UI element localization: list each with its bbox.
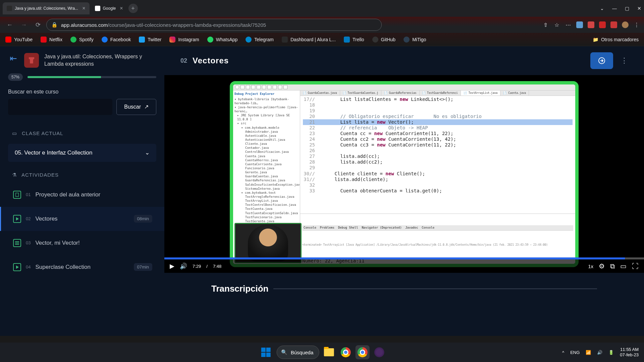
bookmark-star-icon[interactable]: ☆ <box>553 21 560 28</box>
other-bookmarks[interactable]: 📁Otros marcadores <box>593 37 639 42</box>
video-speed-button[interactable]: 1x <box>588 263 593 269</box>
url-input[interactable]: 🔒 app.aluracursos.com/course/java-util-c… <box>46 19 382 31</box>
minimize-button[interactable]: — <box>612 6 617 11</box>
video-theater-icon[interactable]: ▭ <box>620 262 627 270</box>
extension-3-icon[interactable] <box>599 21 606 28</box>
bm-label: Facebook <box>110 37 131 42</box>
lesson-menu-icon[interactable]: ⋮ <box>621 56 628 65</box>
youtube-icon <box>5 37 11 43</box>
nav-forward-button[interactable]: → <box>18 19 30 31</box>
activity-item-3[interactable]: 03 Vector, mi Vector! <box>0 231 164 255</box>
bookmark-whatsapp[interactable]: WhatsApp <box>207 37 238 43</box>
tray-battery-icon[interactable]: 🔋 <box>608 350 614 355</box>
profile-avatar[interactable] <box>622 21 629 28</box>
window-controls: ⌄ — ▢ ✕ <box>600 6 641 11</box>
extension-1-icon[interactable] <box>576 21 583 28</box>
activity-item-2[interactable]: 02 Vectores 08min <box>0 207 164 231</box>
bookmark-twitter[interactable]: Twitter <box>139 37 161 43</box>
favicon-google <box>95 6 100 11</box>
transcription-section: Transcripción <box>164 273 644 305</box>
other-bookmarks-label: Otros marcadores <box>601 37 639 42</box>
bookmarks-bar: YouTube Netflix Spotify Facebook Twitter… <box>0 33 644 46</box>
bookmark-telegram[interactable]: Telegram <box>246 37 274 43</box>
section-select-label: 05. Vector e Interfaz Collection <box>15 149 93 156</box>
lesson-header: 02 Vectores ⋮ <box>164 46 644 75</box>
chevron-down-icon[interactable]: ⌄ <box>600 6 604 11</box>
time-separator: / <box>206 264 208 269</box>
extension-2-icon[interactable] <box>588 21 594 28</box>
bm-label: Twitter <box>148 37 161 42</box>
taskbar-eclipse[interactable] <box>372 345 386 359</box>
video-pip-icon[interactable]: ⧉ <box>610 262 615 270</box>
section-actividades-label: ⚗ ACTIVIDADES <box>0 167 164 183</box>
bm-label: Spotify <box>79 37 94 42</box>
whatsapp-icon <box>207 37 213 43</box>
close-button[interactable]: ✕ <box>637 6 641 11</box>
bm-label: Trello <box>353 37 364 42</box>
tray-language[interactable]: ENG <box>570 350 580 355</box>
taskbar-chrome-2[interactable] <box>355 345 369 359</box>
video-volume-button[interactable]: 🔊 <box>180 262 187 270</box>
transcription-heading: Transcripción <box>211 284 269 294</box>
telegram-icon <box>246 37 252 43</box>
activity-item-1[interactable]: 01 Proyecto del aula anterior <box>0 183 164 207</box>
extensions-menu-icon[interactable]: ⋯ <box>565 21 572 28</box>
video-settings-icon[interactable]: ⚙ <box>599 262 605 270</box>
section-clase-actual-label: ▭ CLASE ACTUAL <box>0 126 164 141</box>
flask-icon: ⚗ <box>12 172 17 178</box>
mitigo-icon <box>404 37 410 43</box>
tab-close-0[interactable]: × <box>82 5 85 11</box>
search-input[interactable] <box>8 99 112 115</box>
search-text: Búsqueda <box>291 350 314 355</box>
new-tab-button[interactable]: + <box>128 4 138 13</box>
bookmark-netflix[interactable]: Netflix <box>41 37 62 43</box>
activity-num: 03 <box>26 240 31 245</box>
bookmark-github[interactable]: GitHub <box>372 37 396 43</box>
bookmark-alura[interactable]: Dashboard | Alura L... <box>282 37 336 43</box>
list-icon <box>13 239 21 247</box>
maximize-button[interactable]: ▢ <box>625 6 629 11</box>
taskbar-search[interactable]: 🔍Búsqueda <box>277 346 319 359</box>
play-icon <box>13 215 21 223</box>
video-fullscreen-icon[interactable]: ⛶ <box>632 262 639 270</box>
nav-back-button[interactable]: ← <box>4 19 15 31</box>
next-lesson-button[interactable] <box>590 52 613 69</box>
nav-reload-button[interactable]: ⟳ <box>32 19 44 31</box>
tab-google[interactable]: Google × <box>91 2 127 14</box>
bookmark-youtube[interactable]: YouTube <box>5 37 33 43</box>
activity-title: Proyecto del aula anterior <box>35 191 152 198</box>
activity-item-4[interactable]: 04 Superclase Collection 07min <box>0 255 164 279</box>
tray-volume-icon[interactable]: 🔊 <box>597 350 602 355</box>
bookmark-facebook[interactable]: Facebook <box>102 37 131 43</box>
video-play-button[interactable]: ▶ <box>170 262 174 270</box>
lesson-title: Vectores <box>193 56 229 65</box>
tray-clock[interactable]: 11:55 AM07-feb-23 <box>620 347 639 357</box>
search-btn-label: Buscar <box>124 104 141 110</box>
taskbar-explorer[interactable] <box>322 345 336 359</box>
bookmark-spotify[interactable]: Spotify <box>70 37 94 43</box>
video-player[interactable]: Debug Project Explorer▾ bytebank-libreri… <box>164 75 644 273</box>
share-icon[interactable]: ⇧ <box>542 21 549 28</box>
sidebar-back-button[interactable]: ⇤ <box>8 53 19 64</box>
search-icon: 🔍 <box>281 349 287 355</box>
bookmark-trello[interactable]: Trello <box>344 37 364 43</box>
activity-title: Superclase Collection <box>35 264 129 270</box>
course-sidebar: ⇤ Java y java.util: Colecciones, Wrapper… <box>0 46 164 336</box>
tab-alura[interactable]: Java y java.util: Colecciones, Wra... × <box>3 2 90 14</box>
search-button[interactable]: Buscar↗ <box>116 99 156 115</box>
start-button[interactable] <box>258 344 274 360</box>
tray-wifi-icon[interactable]: 📶 <box>586 350 591 355</box>
video-current-time: 7:29 <box>193 264 201 269</box>
section-dropdown[interactable]: 05. Vector e Interfaz Collection ⌄ <box>8 144 156 162</box>
section-label-text: CLASE ACTUAL <box>22 130 63 136</box>
tab-close-1[interactable]: × <box>120 5 123 11</box>
extension-4-icon[interactable] <box>610 21 617 28</box>
bookmark-instagram[interactable]: Instagram <box>169 37 199 43</box>
taskbar-chrome-1[interactable] <box>338 345 353 359</box>
chrome-menu-icon[interactable]: ⋮ <box>633 21 640 28</box>
tray-chevron-icon[interactable]: ^ <box>562 350 564 355</box>
tab-title-0: Java y java.util: Colecciones, Wra... <box>15 6 78 11</box>
activity-title: Vectores <box>35 216 129 222</box>
bookmark-mitigo[interactable]: MiTigo <box>404 37 426 43</box>
bm-label: Instagram <box>178 37 199 42</box>
